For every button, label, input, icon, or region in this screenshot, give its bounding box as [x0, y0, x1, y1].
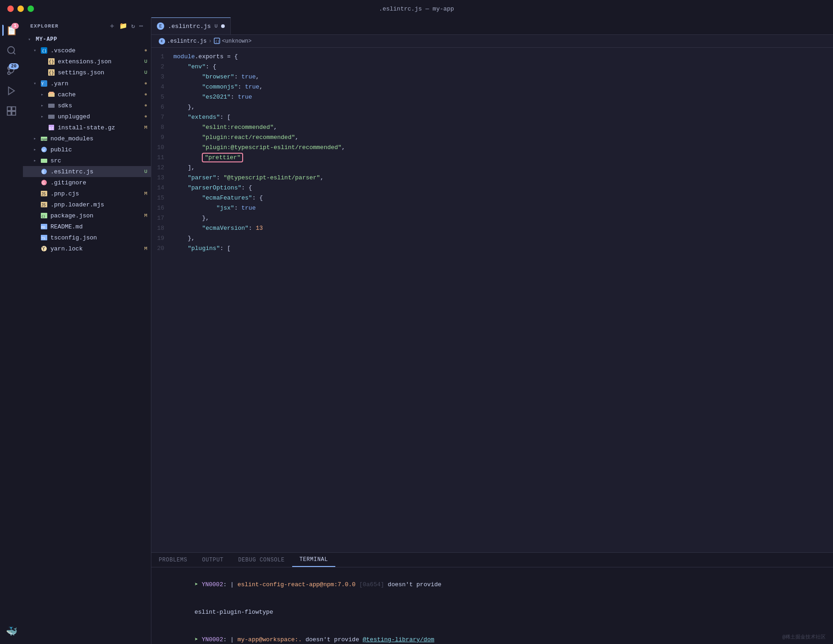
traffic-lights [7, 6, 34, 12]
terminal-line-1: ➤ YN0002: | eslint-config-react-app@npm:… [159, 571, 826, 599]
sidebar-item-package-json[interactable]: {} package.json M [23, 210, 151, 221]
code-line-19: 19 }, [151, 233, 833, 243]
code-editor[interactable]: 1 module.exports = { 2 "env": { 3 "brows… [151, 48, 833, 552]
svg-rect-20 [49, 92, 54, 94]
new-folder-icon[interactable]: 📁 [119, 22, 128, 30]
sidebar-item-node-modules[interactable]: npm node_modules [23, 133, 151, 144]
breadcrumb-filename: .eslintrc.js [167, 38, 206, 44]
svg-rect-29 [41, 159, 47, 163]
svg-rect-7 [7, 107, 11, 111]
breadcrumb-icon-symbol: ⟨⟩ [214, 38, 220, 44]
tab-eslint-icon: E [157, 22, 164, 30]
extensions-icon[interactable] [2, 102, 21, 120]
sidebar-content: MY-APP {} .vscode ● {} extensions.json U… [23, 34, 151, 644]
panel-tab-problems[interactable]: PROBLEMS [151, 553, 194, 567]
svg-text:E: E [42, 170, 44, 174]
svg-text:⟨⟩: ⟨⟩ [215, 39, 220, 44]
sidebar-item-yarn[interactable]: Y .yarn ● [23, 78, 151, 89]
sidebar-item-readme[interactable]: MD README.md [23, 221, 151, 232]
code-line-4: 4 "commonjs": true, [151, 82, 833, 92]
sidebar-item-install-state[interactable]: gz install-state.gz M [23, 122, 151, 133]
panel-tab-debug-console[interactable]: DEBUG CONSOLE [231, 553, 292, 567]
terminal-line-3: ➤ YN0002: | my-app@workspace:. doesn't p… [159, 626, 826, 644]
remote-icon[interactable]: 🐳 [2, 622, 21, 640]
svg-text:G: G [42, 181, 44, 185]
svg-rect-10 [12, 111, 16, 115]
tab-label: .eslintrc.js [168, 23, 211, 30]
svg-marker-6 [9, 87, 15, 95]
tab-status: U [215, 23, 218, 29]
files-icon[interactable]: 📋 1 [2, 21, 21, 39]
eslintrc-tab[interactable]: E .eslintrc.js U [151, 17, 231, 34]
root-arrow [25, 35, 34, 44]
sidebar-item-sdks[interactable]: sdks ● [23, 100, 151, 111]
svg-rect-8 [12, 107, 16, 111]
panel-tab-terminal[interactable]: TERMINAL [292, 553, 335, 567]
svg-text:{}: {} [42, 49, 47, 53]
maximize-button[interactable] [28, 6, 34, 12]
code-line-3: 3 "browser": true, [151, 72, 833, 82]
sidebar-item-extensions-json[interactable]: {} extensions.json U [23, 56, 151, 67]
code-line-5: 5 "es2021": true [151, 92, 833, 102]
new-file-icon[interactable]: ＋ [109, 22, 116, 30]
panel-content: ➤ YN0002: | eslint-config-react-app@npm:… [151, 567, 833, 644]
sidebar-root[interactable]: MY-APP [23, 34, 151, 45]
code-line-2: 2 "env": { [151, 61, 833, 72]
svg-point-0 [8, 47, 15, 54]
terminal-line-2: eslint-plugin-flowtype [159, 599, 826, 626]
svg-text:{}: {} [41, 215, 45, 218]
close-button[interactable] [7, 6, 14, 12]
code-line-15: 15 "ecmaFeatures": { [151, 193, 833, 203]
source-control-icon[interactable]: 20 [2, 61, 21, 80]
root-label: MY-APP [34, 36, 147, 43]
code-line-16: 16 "jsx": true [151, 203, 833, 213]
breadcrumb: E .eslintrc.js › ⟨⟩ <unknown> [151, 35, 833, 48]
svg-rect-9 [7, 111, 11, 115]
search-icon[interactable] [2, 41, 21, 60]
svg-text:{}: {} [49, 59, 54, 64]
code-line-18: 18 "ecmaVersion": 13 [151, 223, 833, 233]
svg-text:JS: JS [41, 203, 46, 207]
sidebar-item-gitignore[interactable]: G .gitignore [23, 177, 151, 188]
svg-text:Y: Y [42, 246, 45, 251]
code-line-7: 7 "extends": [ [151, 112, 833, 122]
svg-text:Y: Y [41, 82, 44, 86]
code-line-13: 13 "parser": "@typescript-eslint/parser"… [151, 172, 833, 183]
collapse-icon[interactable]: ⋯ [139, 22, 144, 30]
sidebar-item-settings-json[interactable]: {} settings.json U [23, 67, 151, 78]
sidebar-item-eslintrc[interactable]: E .eslintrc.js U [23, 166, 151, 177]
code-line-11: 11 "prettier" [151, 152, 833, 162]
refresh-icon[interactable]: ↻ [131, 22, 136, 30]
sidebar-item-tsconfig[interactable]: TS tsconfig.json [23, 232, 151, 243]
svg-text:npm: npm [41, 138, 47, 141]
sidebar-item-yarn-lock[interactable]: Y yarn.lock M [23, 243, 151, 254]
run-debug-icon[interactable] [2, 82, 21, 100]
svg-point-4 [8, 72, 11, 75]
panel-tab-output[interactable]: OUTPUT [194, 553, 231, 567]
sidebar-item-cache[interactable]: cache ● [23, 89, 151, 100]
code-line-9: 9 "plugin:react/recommended", [151, 132, 833, 142]
sidebar-header: EXPLORER ＋ 📁 ↻ ⋯ [23, 17, 151, 34]
svg-text:MD: MD [41, 226, 45, 229]
minimize-button[interactable] [17, 6, 24, 12]
sidebar-item-pnp-loader[interactable]: JS .pnp.loader.mjs [23, 199, 151, 210]
sidebar-item-public[interactable]: w public [23, 144, 151, 155]
sidebar-item-unplugged[interactable]: unplugged ● [23, 111, 151, 122]
svg-text:{}: {} [49, 70, 54, 75]
sidebar: EXPLORER ＋ 📁 ↻ ⋯ MY-APP {} .vscode ● [23, 17, 151, 644]
activity-bar: 📋 1 20 [0, 17, 23, 644]
sidebar-item-src[interactable]: src [23, 155, 151, 166]
svg-line-1 [13, 52, 15, 54]
bottom-panel: PROBLEMS OUTPUT DEBUG CONSOLE TERMINAL ➤… [151, 552, 833, 644]
sidebar-item-vscode[interactable]: {} .vscode ● [23, 45, 151, 56]
sidebar-item-pnp-cjs[interactable]: JS .pnp.cjs M [23, 188, 151, 199]
panel-tabs: PROBLEMS OUTPUT DEBUG CONSOLE TERMINAL [151, 553, 833, 567]
tab-bar: E .eslintrc.js U [151, 17, 833, 35]
code-line-8: 8 "eslint:recommended", [151, 122, 833, 132]
breadcrumb-file-icon: E [159, 38, 165, 44]
code-line-1: 1 module.exports = { [151, 51, 833, 61]
svg-text:TS: TS [41, 237, 45, 240]
code-line-6: 6 }, [151, 102, 833, 112]
code-line-20: 20 "plugins": [ [151, 243, 833, 253]
tab-dirty-dot [221, 24, 225, 28]
